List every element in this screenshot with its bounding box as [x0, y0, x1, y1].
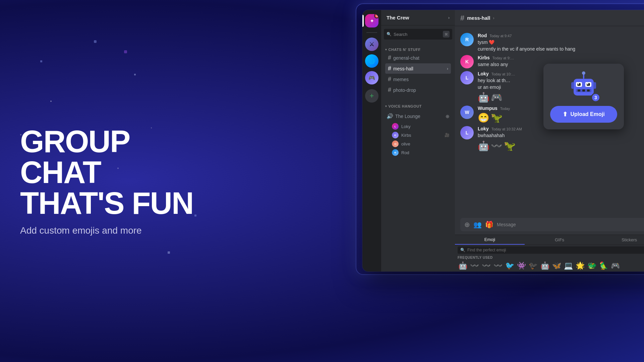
add-server-button[interactable]: + [365, 89, 378, 103]
server-sidebar: ✦ 3 ⚔ 🌐 🎮 + [362, 10, 381, 272]
voice-section: ▾ Voice Hangout 🔊 The Lounge ⊕ L Loky [381, 100, 455, 158]
message-placeholder[interactable]: Message [497, 222, 644, 227]
server-icon-4[interactable]: 🎮 [365, 71, 378, 84]
message-text-rod-2: currently in the vc if anyone else wants… [478, 46, 644, 53]
emoji-laugh: 😁 [478, 112, 489, 123]
channel-hash-icon: # [388, 65, 391, 72]
channel-search[interactable]: 🔍 Search ⌘ [384, 29, 452, 40]
member-avatar-rod: R [392, 149, 399, 156]
avatar-loky-1: L [460, 71, 474, 84]
member-name-rod: Rod [401, 150, 409, 155]
robot-badge-count: 3 [591, 93, 600, 102]
svg-rect-0 [574, 79, 594, 96]
voice-member-olive[interactable]: O olive [391, 139, 451, 148]
chat-area: # mess-hall › R Rod Today at 9:47 tysm ❤… [455, 10, 644, 272]
channel-item-general-chat[interactable]: # general-chat [385, 53, 451, 63]
message-content-rod: Rod Today at 9:47 tysm ❤️ currently in t… [478, 33, 644, 52]
message-input-bar: ⊕ 👥 🎁 Message [460, 218, 644, 231]
freq-emoji-2b[interactable]: 〰️ [481, 261, 491, 271]
gif-icon[interactable]: 👥 [473, 221, 482, 229]
message-time-wumpus: Today [500, 107, 510, 111]
tab-stickers[interactable]: Stickers [594, 235, 644, 245]
freq-emoji-6[interactable]: 🐦‍⬛ [528, 261, 538, 271]
speaker-icon: 🔊 [387, 113, 393, 119]
svg-rect-9 [582, 89, 585, 92]
emoji-search-icon: 🔍 [460, 248, 465, 252]
upload-icon: ⬆ [563, 111, 568, 118]
freq-emoji-11[interactable]: 🐲 [587, 261, 597, 271]
upload-emoji-popup: 3 ⬆ Upload Emoji [543, 64, 624, 129]
emoji-search-bar[interactable]: 🔍 [458, 246, 644, 254]
freq-emoji-10[interactable]: 🌟 [575, 261, 585, 271]
hero-subtitle: Add custom emojis and more [20, 225, 215, 236]
channel-arrow-icon: › [447, 66, 448, 71]
voice-channel-header[interactable]: 🔊 The Lounge ⊕ [385, 112, 451, 121]
channel-name-photo-drop: photo-drop [393, 87, 448, 93]
category-header-chats[interactable]: ▾ CHATS N' STUFF [384, 47, 452, 52]
search-shortcut: ⌘ [443, 31, 450, 38]
hero-title: GROUP CHAT THAT'S FUN [20, 126, 215, 219]
voice-member-loky[interactable]: L Loky [391, 122, 451, 131]
frequent-emoji-row: 🤖 〰️ 〰️ 〰️ 🐦 👾 🐦‍⬛ 🤖 🦋 💻 🌟 🐲 🦜 🎮 [458, 261, 644, 271]
robot-emoji-display: 3 [569, 70, 599, 101]
message-time-loky-2: Today at 10:32 AM [491, 127, 522, 131]
channel-item-photo-drop[interactable]: # photo-drop [385, 85, 451, 95]
server-icon-1[interactable]: ✦ 3 [365, 14, 378, 27]
svg-point-12 [582, 71, 585, 75]
voice-member-kirbs[interactable]: K Kirbs 🎥 [391, 131, 451, 139]
message-header-kirbs: Kirbs Today at 9:… [478, 55, 644, 60]
emoji-game: 🎮 [491, 92, 503, 103]
message-content-loky-2: Loky Today at 10:32 AM bwhaahahah 🤖 〰️ 🦖 [478, 126, 644, 152]
svg-rect-8 [578, 89, 580, 92]
avatar-wumpus: W [460, 106, 474, 119]
member-avatar-kirbs: K [392, 132, 399, 138]
chat-header: # mess-hall › [455, 10, 644, 26]
chat-chevron-icon: › [493, 16, 494, 20]
chat-channel-name: mess-hall [467, 15, 490, 21]
message-author-loky-1: Loky [478, 71, 489, 76]
channel-item-memes[interactable]: # memes [385, 74, 451, 84]
freq-emoji-2[interactable]: 〰️ [469, 261, 480, 271]
member-name-olive: olive [401, 141, 410, 146]
channel-hash-icon: # [388, 76, 391, 83]
freq-emoji-12[interactable]: 🦜 [598, 261, 609, 271]
server-header[interactable]: The Crew › [381, 10, 455, 25]
tab-gifs[interactable]: GIFs [525, 235, 594, 245]
sidebar-divider [366, 32, 377, 33]
emoji-picker-icon[interactable]: 🎁 [485, 221, 493, 229]
channel-hash-icon: # [388, 86, 391, 94]
freq-emoji-7[interactable]: 🤖 [540, 261, 550, 271]
avatar-rod: R [460, 33, 474, 46]
voice-members-list: L Loky K Kirbs 🎥 O olive [385, 122, 451, 157]
tab-emoji[interactable]: Emoji [455, 235, 525, 245]
channel-list: The Crew › 🔍 Search ⌘ ▾ CHATS N' STUFF #… [381, 10, 455, 272]
server-name: The Crew [387, 15, 446, 20]
freq-emoji-9[interactable]: 💻 [563, 261, 574, 271]
server-chevron: › [448, 15, 450, 20]
message-header-rod: Rod Today at 9:47 [478, 33, 644, 38]
voice-member-rod[interactable]: R Rod [391, 148, 451, 157]
emoji-search-input[interactable] [467, 248, 644, 252]
channel-item-mess-hall[interactable]: # mess-hall › [385, 63, 451, 74]
freq-emoji-8[interactable]: 🦋 [551, 261, 562, 271]
server-icon-2[interactable]: ⚔ [365, 38, 378, 51]
member-name-kirbs: Kirbs [401, 133, 411, 138]
member-avatar-olive: O [392, 140, 399, 147]
freq-emoji-4[interactable]: 🐦 [505, 261, 515, 271]
message-time-rod: Today at 9:47 [489, 34, 512, 38]
freq-emoji-1[interactable]: 🤖 [458, 261, 468, 271]
freq-emoji-3[interactable]: 〰️ [493, 261, 503, 271]
server-icon-3[interactable]: 🌐 [365, 54, 378, 68]
emoji-wave: 〰️ [491, 140, 503, 152]
message-author-loky-2: Loky [478, 126, 489, 131]
freq-emoji-13[interactable]: 🎮 [610, 261, 621, 271]
category-header-voice[interactable]: ▾ Voice Hangout [384, 104, 452, 109]
message-rod: R Rod Today at 9:47 tysm ❤️ currently in… [455, 32, 644, 54]
upload-emoji-button[interactable]: ⬆ Upload Emoji [550, 106, 617, 123]
video-icon: 🎥 [445, 133, 450, 137]
server-icon-wrapper-1: ✦ 3 [365, 14, 378, 27]
category-label-chats: CHATS N' STUFF [389, 48, 421, 52]
add-attachment-icon[interactable]: ⊕ [464, 221, 470, 229]
freq-emoji-5[interactable]: 👾 [516, 261, 527, 271]
hero-section: GROUP CHAT THAT'S FUN Add custom emojis … [20, 126, 215, 236]
